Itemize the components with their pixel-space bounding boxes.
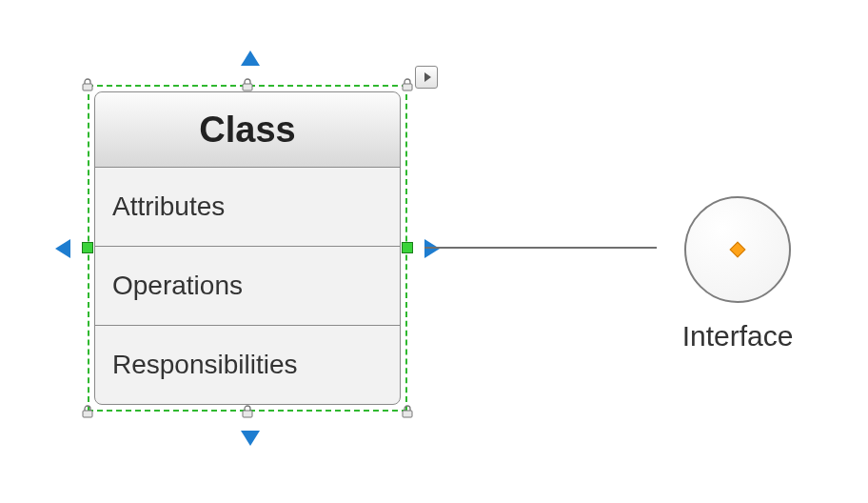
- lock-handle-ne[interactable]: [401, 78, 414, 91]
- interface-circle[interactable]: [684, 196, 791, 303]
- lock-handle-s[interactable]: [241, 405, 254, 418]
- diagram-canvas[interactable]: Class Attributes Operations Responsibili…: [0, 0, 868, 503]
- svg-rect-3: [83, 411, 92, 417]
- class-compartment-responsibilities[interactable]: Responsibilities: [95, 325, 400, 404]
- class-compartment-attributes[interactable]: Attributes: [95, 168, 400, 246]
- svg-rect-1: [243, 84, 252, 91]
- direction-arrow-w[interactable]: [55, 239, 70, 258]
- direction-arrow-n[interactable]: [241, 50, 260, 66]
- class-title: Class: [95, 92, 400, 168]
- class-compartment-operations[interactable]: Operations: [95, 246, 400, 325]
- lock-handle-se[interactable]: [401, 405, 414, 418]
- svg-rect-5: [403, 411, 412, 417]
- interface-label: Interface: [657, 320, 819, 352]
- smart-action-button[interactable]: [415, 66, 438, 89]
- lock-handle-n[interactable]: [241, 78, 254, 91]
- play-icon: [424, 72, 431, 82]
- svg-rect-0: [83, 84, 92, 91]
- lock-handle-sw[interactable]: [81, 405, 94, 418]
- interface-node[interactable]: Interface: [657, 196, 819, 352]
- connector-line[interactable]: [424, 247, 657, 249]
- svg-rect-4: [243, 411, 252, 417]
- connect-handle-e[interactable]: [402, 242, 413, 253]
- lock-handle-nw[interactable]: [81, 78, 94, 91]
- connect-handle-w[interactable]: [82, 242, 93, 253]
- class-node[interactable]: Class Attributes Operations Responsibili…: [88, 85, 407, 412]
- svg-rect-2: [403, 84, 412, 91]
- class-box[interactable]: Class Attributes Operations Responsibili…: [94, 91, 401, 405]
- direction-arrow-s[interactable]: [241, 431, 260, 446]
- interface-center-diamond-icon: [730, 242, 746, 258]
- direction-arrow-e[interactable]: [424, 239, 440, 258]
